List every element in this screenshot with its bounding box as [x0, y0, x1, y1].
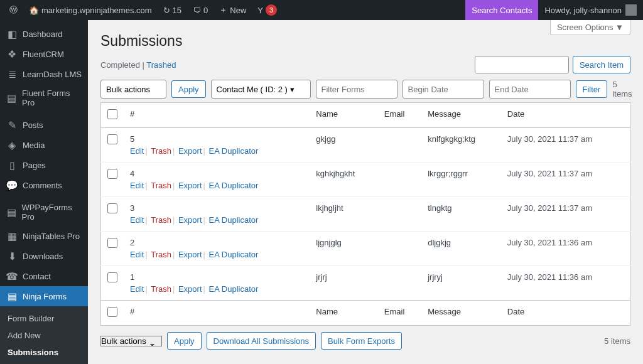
select-all-top[interactable] [107, 109, 117, 119]
row-checkbox[interactable] [107, 203, 117, 213]
action-export[interactable]: Export [178, 284, 202, 294]
sidebar-item-fluentforms[interactable]: ▤Fluent Forms Pro [0, 84, 88, 112]
row-id: 3 [130, 203, 134, 213]
row-checkbox[interactable] [107, 134, 117, 144]
sidebar-item-comments[interactable]: 💬Comments [0, 175, 88, 195]
status-trashed[interactable]: Trashed [146, 60, 176, 70]
begin-date-input[interactable] [403, 80, 484, 99]
new-link[interactable]: ＋New [215, 0, 251, 20]
row-date: July 30, 2021 11:37 am [501, 163, 630, 197]
sidebar-item-fluentcrm[interactable]: ❖FluentCRM [0, 44, 88, 64]
col-name[interactable]: Name [310, 103, 378, 128]
action-export[interactable]: Export [178, 250, 202, 259]
pin-icon: ✎ [6, 119, 18, 131]
updates-link[interactable]: ↻15 [159, 0, 186, 20]
yoast-link[interactable]: Y3 [253, 0, 281, 20]
plus-icon: ＋ [219, 4, 227, 16]
sidebar-item-learndash[interactable]: ≣LearnDash LMS [0, 64, 88, 84]
home-icon: 🏠 [29, 6, 39, 15]
action-ea-duplicator[interactable]: EA Duplicator [209, 250, 259, 259]
action-ea-duplicator[interactable]: EA Duplicator [209, 181, 259, 190]
action-edit[interactable]: Edit [130, 215, 144, 225]
sidebar-item-ninjaforms[interactable]: ▤Ninja Forms [0, 286, 88, 306]
sidebar-item-pages[interactable]: ▯Pages [0, 155, 88, 175]
sidebar-item-dashboard[interactable]: ◧Dashboard [0, 24, 88, 44]
filter-button[interactable]: Filter [576, 80, 608, 98]
yoast-icon: Y [257, 6, 263, 15]
filter-forms-input[interactable] [316, 80, 397, 99]
row-checkbox[interactable] [107, 169, 117, 179]
row-email [378, 163, 421, 197]
row-id: 5 [130, 134, 134, 144]
row-message: knlfgkgkg;ktg [421, 128, 501, 163]
row-date: July 30, 2021 11:37 am [501, 197, 630, 232]
row-date: July 30, 2021 11:36 am [501, 266, 630, 301]
submenu-form-builder[interactable]: Form Builder [0, 310, 88, 327]
submenu-import-export[interactable]: Import / Export [0, 361, 88, 364]
action-ea-duplicator[interactable]: EA Duplicator [209, 146, 259, 156]
avatar-icon [625, 4, 637, 16]
bulk-actions-select-top[interactable]: Bulk actions [100, 80, 166, 99]
action-ea-duplicator[interactable]: EA Duplicator [209, 284, 259, 294]
row-id: 2 [130, 238, 134, 247]
ninjaforms-submenu: Form Builder Add New Submissions Import … [0, 306, 88, 364]
search-input[interactable] [475, 56, 569, 73]
status-completed[interactable]: Completed [100, 60, 140, 70]
sidebar-item-wppayforms[interactable]: ▤WPPayForms Pro [0, 198, 88, 226]
action-trash[interactable]: Trash [151, 181, 171, 190]
lms-icon: ≣ [6, 68, 18, 80]
sidebar-item-posts[interactable]: ✎Posts [0, 115, 88, 135]
site-link[interactable]: 🏠marketing.wpninjathemes.com [24, 0, 156, 20]
sidebar-item-contact[interactable]: ☎Contact [0, 266, 88, 286]
form-filter-select[interactable]: Contact Me ( ID: 2 ) ▾ [211, 80, 311, 99]
row-date: July 30, 2021 11:36 am [501, 232, 630, 266]
ninjaforms-icon: ▤ [6, 291, 18, 302]
col-email[interactable]: Email [378, 103, 421, 128]
wp-logo[interactable]: ⓦ [5, 0, 22, 20]
apply-bulk-top[interactable]: Apply [171, 80, 206, 98]
submenu-add-new[interactable]: Add New [0, 327, 88, 344]
action-trash[interactable]: Trash [151, 215, 171, 225]
action-trash[interactable]: Trash [151, 250, 171, 259]
action-export[interactable]: Export [178, 146, 202, 156]
sidebar-item-ninjatables[interactable]: ▦NinjaTables Pro [0, 226, 88, 246]
bulk-actions-select-bottom[interactable]: Bulk actions [100, 336, 162, 346]
sidebar-item-media[interactable]: ◈Media [0, 135, 88, 155]
row-id: 1 [130, 272, 134, 282]
row-actions: Edit| Trash| Export| EA Duplicator [130, 284, 303, 294]
action-edit[interactable]: Edit [130, 250, 144, 259]
action-export[interactable]: Export [178, 215, 202, 225]
action-edit[interactable]: Edit [130, 146, 144, 156]
action-ea-duplicator[interactable]: EA Duplicator [209, 215, 259, 225]
comment-icon: 💬 [6, 179, 18, 191]
row-checkbox[interactable] [107, 238, 117, 248]
select-all-bottom[interactable] [107, 307, 117, 317]
sidebar-item-downloads[interactable]: ⬇Downloads [0, 246, 88, 266]
col-date[interactable]: Date [501, 103, 630, 128]
download-all-button[interactable]: Download All Submissions [207, 332, 316, 350]
search-contacts-button[interactable]: Search Contacts [465, 0, 538, 20]
row-actions: Edit| Trash| Export| EA Duplicator [130, 250, 303, 259]
page-icon: ▯ [6, 159, 18, 171]
end-date-input[interactable] [489, 80, 571, 99]
action-export[interactable]: Export [178, 181, 202, 190]
search-button[interactable]: Search Item [573, 56, 630, 73]
row-checkbox[interactable] [107, 272, 117, 282]
action-trash[interactable]: Trash [151, 146, 171, 156]
comments-link[interactable]: 🗨0 [188, 0, 212, 20]
submenu-submissions[interactable]: Submissions [0, 344, 88, 361]
bulk-export-button[interactable]: Bulk Form Exports [321, 332, 402, 350]
col-message[interactable]: Message [421, 103, 501, 128]
items-count-bottom: 5 items [604, 336, 630, 346]
account-menu[interactable]: Howdy, jolly-shannon [538, 0, 643, 20]
crm-icon: ❖ [6, 48, 18, 60]
row-actions: Edit| Trash| Export| EA Duplicator [130, 146, 303, 156]
row-date: July 30, 2021 11:37 am [501, 128, 630, 163]
action-trash[interactable]: Trash [151, 284, 171, 294]
col-id[interactable]: # [124, 103, 310, 128]
row-id: 4 [130, 169, 134, 178]
screen-options-toggle[interactable]: Screen Options ▼ [550, 20, 630, 35]
action-edit[interactable]: Edit [130, 284, 144, 294]
action-edit[interactable]: Edit [130, 181, 144, 190]
apply-bulk-bottom[interactable]: Apply [167, 332, 202, 350]
